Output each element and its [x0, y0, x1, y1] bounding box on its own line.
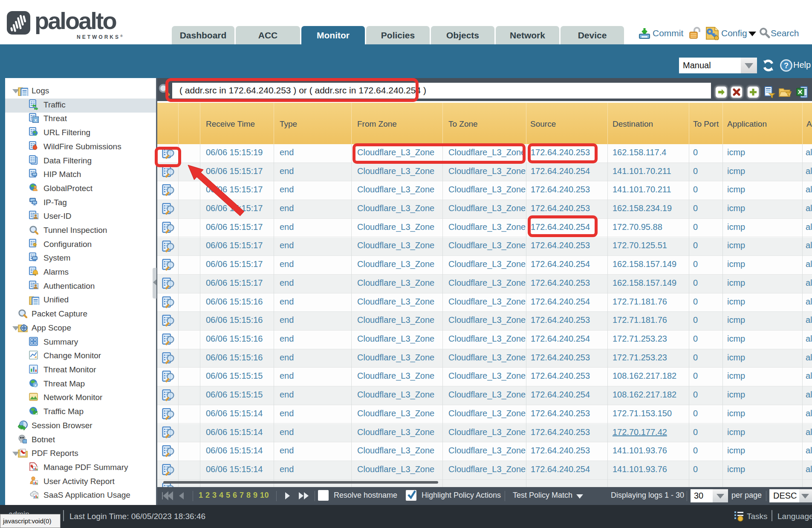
svg-text:x: x: [34, 383, 36, 387]
svg-text:?: ?: [784, 61, 789, 70]
svg-text:x: x: [34, 117, 37, 122]
